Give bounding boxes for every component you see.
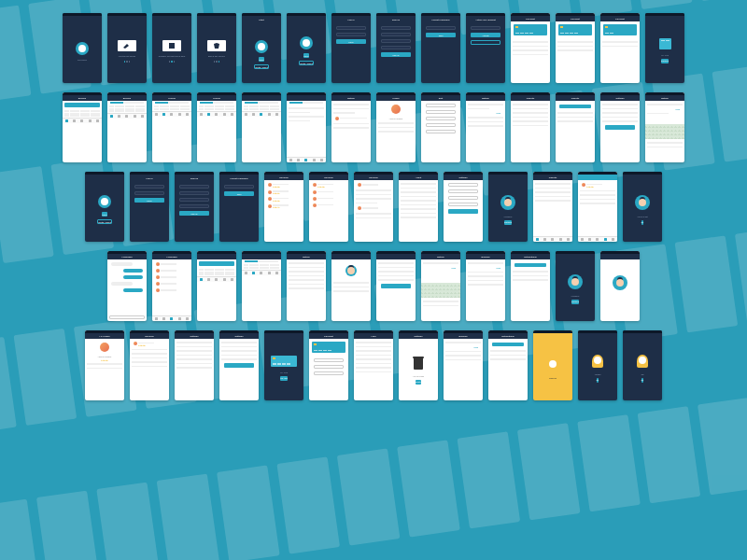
chat-bubble-outgoing	[123, 269, 143, 273]
wrench-icon	[118, 40, 136, 51]
screen-login-2[interactable]: Log inLog in	[130, 172, 169, 242]
app-name-label: ServicePro	[78, 59, 87, 61]
map-view[interactable]	[645, 124, 684, 139]
screen-details-3[interactable]: Details	[287, 251, 326, 321]
screen-forgot-2[interactable]: Forgot PasswordSend	[219, 172, 259, 242]
screen-list-5[interactable]: Booking$120	[444, 330, 483, 400]
avatar[interactable]	[391, 105, 401, 114]
screen-map-detail-2[interactable]: Details$120	[421, 251, 460, 321]
screen-start[interactable]: StartLog inCreate Account	[242, 13, 281, 83]
row-4: Messages Messages Details Details$120 Bo…	[17, 251, 730, 321]
screen-details-1[interactable]: Details	[331, 92, 371, 162]
screen-textpage-2[interactable]: Help	[354, 330, 393, 400]
worker-avatar-icon	[635, 195, 650, 210]
row-2: Browse Browse Pricing Pricing Details Pr…	[17, 92, 730, 162]
screen-cc-form-2[interactable]: Payment	[556, 13, 595, 83]
signup-button[interactable]: Create Account	[254, 64, 269, 69]
screen-badge-gold[interactable]: Premium	[533, 330, 572, 400]
screen-form-2[interactable]: Settings	[600, 92, 640, 162]
screen-review-1[interactable]: Reviews★★★★★	[130, 330, 169, 400]
row-1: ServicePro Find the best service Compare…	[17, 13, 730, 83]
row-5: My ProfileMarina Kennedy★★★★★ Reviews★★★…	[17, 330, 730, 400]
screen-notif-2[interactable]: Notifications	[488, 330, 528, 400]
screen-reviews-list-1[interactable]: Reviews★★★★★★★★★☆★★★★★★★★☆☆	[264, 172, 303, 242]
contact-item[interactable]	[154, 261, 190, 267]
screen-worker-3[interactable]: Welcome!Continue	[556, 251, 595, 321]
screen-signup-2[interactable]: Sign upSign up	[175, 172, 214, 242]
screen-profile-3[interactable]	[331, 251, 371, 321]
shield-icon	[207, 40, 226, 51]
screen-signup[interactable]: Sign upSign up	[376, 13, 416, 83]
clipboard-icon	[162, 40, 181, 51]
screen-profile-2[interactable]: ★★★★★	[578, 172, 617, 242]
screen-form-4[interactable]	[376, 251, 416, 321]
worker-avatar-icon	[345, 265, 357, 276]
password-field[interactable]	[336, 33, 366, 36]
screen-calendar-3[interactable]: Pricing	[152, 92, 191, 162]
screen-list-3[interactable]: Results	[533, 172, 572, 242]
screen-cc-big[interactable]: •••• 4242Pay now	[264, 330, 303, 400]
screen-onboarding-2[interactable]: Compare, Get best price & book	[152, 13, 191, 83]
screen-form-3[interactable]: Settings	[444, 172, 483, 242]
screen-welcome-1[interactable]: Welcome!Continue	[488, 172, 528, 242]
screen-list-4[interactable]: Booking$120	[466, 251, 505, 321]
screen-calendar-1[interactable]: Browse	[63, 92, 102, 162]
screen-splash-2[interactable]: Log inCreate Account	[85, 172, 124, 242]
screen-contacts[interactable]: Messages	[152, 251, 191, 321]
screen-review-detail[interactable]: Reviews	[354, 172, 393, 242]
screen-calendar-6[interactable]	[287, 92, 326, 162]
page-dots[interactable]	[124, 61, 131, 63]
screen-logo-auth[interactable]: Log inCreate Account	[287, 13, 326, 83]
credit-card	[514, 24, 547, 35]
screen-onboarding-1[interactable]: Find the best service	[107, 13, 147, 83]
login-button[interactable]: Log in	[259, 57, 263, 62]
screen-map-detail[interactable]: Details$120	[645, 92, 684, 162]
screen-chat[interactable]: Messages	[107, 251, 147, 321]
progress-bar	[110, 102, 144, 104]
screen-textpage[interactable]: About	[399, 172, 438, 242]
screen-calendar-5[interactable]	[242, 92, 281, 162]
screen-worker-4[interactable]	[600, 251, 640, 321]
row-3: Log inCreate Account Log inLog in Sign u…	[17, 172, 730, 242]
calendar-grid[interactable]	[63, 109, 102, 118]
review-item[interactable]: ★★★★★	[266, 182, 302, 189]
chat-input[interactable]	[109, 315, 145, 319]
screen-reviews-list-2[interactable]: Reviews★★★★★	[309, 172, 348, 242]
screen-details-2[interactable]: Details$120	[466, 92, 505, 162]
notif-card[interactable]	[514, 263, 546, 267]
screen-list-1[interactable]: Results	[511, 92, 550, 162]
screen-activate[interactable]: Active your accountActivate	[466, 13, 505, 83]
screen-badge-2[interactable]: VerifiedOK	[578, 330, 617, 400]
screen-form-5[interactable]: Settings	[175, 330, 214, 400]
screen-notifications[interactable]: Notifications	[511, 251, 550, 321]
screen-calendar-7[interactable]	[197, 251, 236, 321]
screen-login[interactable]: Log inLog in	[331, 13, 371, 83]
screen-calendar-2[interactable]: Browse	[107, 92, 147, 162]
screen-welcome-2[interactable]: You're all setOK	[623, 172, 662, 242]
screen-calendar-8[interactable]	[242, 251, 281, 321]
screen-cc-about[interactable]: •••• 4242Continue	[645, 13, 684, 83]
svg-rect-0	[169, 43, 175, 49]
screen-profile-4[interactable]: My ProfileMarina Kennedy★★★★★	[85, 330, 124, 400]
screen-form-1[interactable]: Edit	[421, 92, 460, 162]
chat-bubble-incoming	[111, 262, 133, 266]
screen-gallery: ServicePro Find the best service Compare…	[0, 0, 747, 413]
app-logo	[76, 42, 89, 55]
screen-badge-3[interactable]: TopOK	[623, 330, 662, 400]
award-badge-icon	[547, 358, 558, 371]
screen-onboarding-3[interactable]: Book & pay securely	[197, 13, 236, 83]
screen-form-6[interactable]: Settings	[219, 330, 259, 400]
screen-cc-form-4[interactable]: Payment	[309, 330, 348, 400]
screen-delete[interactable]: SettingsAre you sure?Delete	[399, 330, 438, 400]
screen-splash[interactable]: ServicePro	[63, 13, 102, 83]
screen-cc-form-1[interactable]: Payment	[511, 13, 550, 83]
trash-icon	[414, 358, 423, 370]
email-field[interactable]	[336, 26, 366, 30]
screen-forgot[interactable]: Forgot PasswordSend	[421, 13, 460, 83]
screen-profile-1[interactable]: ProfileMarina Kennedy	[376, 92, 416, 162]
award-badge-icon	[637, 355, 648, 368]
screen-cc-form-3[interactable]: Payment	[600, 13, 640, 83]
tab-bar[interactable]	[63, 118, 102, 123]
screen-list-2[interactable]: Results	[556, 92, 595, 162]
screen-calendar-4[interactable]: Pricing	[197, 92, 236, 162]
